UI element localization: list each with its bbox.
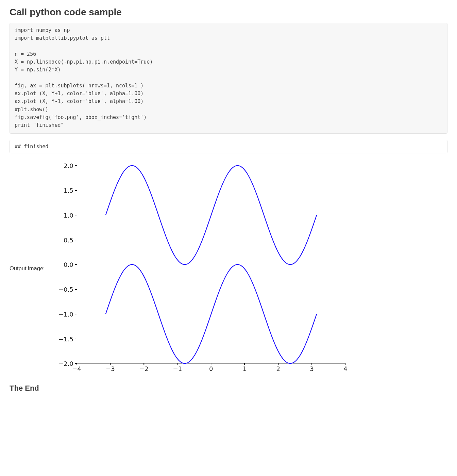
x-tick-label: 0 [204, 365, 218, 372]
y-tick-mark [75, 166, 77, 166]
y-tick-label: 1.5 [50, 187, 73, 194]
x-tick-mark [244, 363, 245, 365]
x-tick-mark [77, 363, 77, 365]
stdout-output: ## finished [10, 140, 447, 153]
x-tick-label: 4 [339, 365, 352, 372]
code-block: import numpy as np import matplotlib.pyp… [10, 23, 447, 134]
y-tick-mark [75, 314, 77, 314]
y-tick-label: 2.0 [50, 162, 73, 169]
x-tick-mark [311, 363, 312, 365]
y-tick-mark [75, 265, 77, 265]
plot-series-line [105, 265, 316, 363]
y-tick-mark [75, 339, 77, 339]
x-tick-label: 2 [271, 365, 285, 372]
x-tick-mark [110, 363, 111, 365]
y-tick-label: 0.5 [50, 236, 73, 243]
y-tick-label: −0.5 [50, 286, 73, 293]
x-tick-label: −1 [171, 365, 184, 372]
x-tick-mark [143, 363, 144, 365]
y-tick-mark [75, 289, 77, 290]
matplotlib-plot: −2.0−1.5−1.0−0.50.00.51.01.52.0−4−3−2−10… [50, 159, 349, 377]
x-tick-label: −3 [103, 365, 117, 372]
x-tick-mark [278, 363, 278, 365]
y-tick-label: 0.0 [50, 261, 73, 268]
y-tick-mark [75, 215, 77, 216]
section-heading: Call python code sample [10, 7, 447, 18]
x-tick-label: 1 [238, 365, 251, 372]
y-tick-mark [75, 190, 77, 191]
x-tick-mark [345, 363, 346, 365]
plot-series-line [105, 166, 316, 265]
y-tick-mark [75, 240, 77, 240]
x-tick-mark [177, 363, 178, 365]
plot-lines [77, 166, 345, 363]
x-tick-label: −2 [137, 365, 151, 372]
output-image-row: Output image: −2.0−1.5−1.0−0.50.00.51.01… [10, 159, 447, 377]
y-tick-label: 1.0 [50, 211, 73, 219]
footer-heading: The End [10, 384, 447, 393]
x-tick-label: −4 [70, 365, 84, 372]
x-tick-mark [211, 363, 211, 365]
x-tick-label: 3 [305, 365, 319, 372]
y-tick-label: −1.5 [50, 335, 73, 342]
output-image-label: Output image: [10, 265, 45, 272]
y-tick-label: −1.0 [50, 310, 73, 318]
